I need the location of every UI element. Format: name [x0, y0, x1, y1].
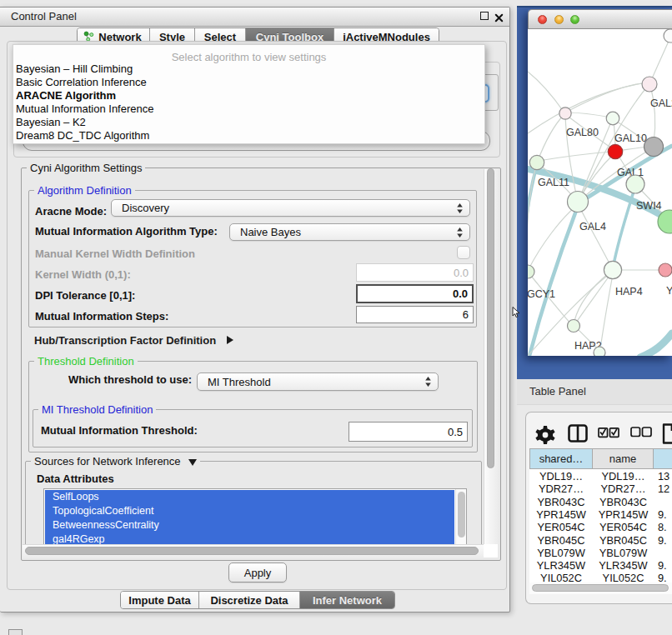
table-cell[interactable]: YDL19… [529, 470, 593, 482]
network-window-titlebar[interactable] [528, 9, 672, 29]
network-node[interactable] [568, 192, 589, 212]
column-header-partial[interactable] [654, 448, 672, 469]
table-cell[interactable] [654, 547, 672, 559]
network-edge[interactable] [581, 210, 611, 267]
table-row[interactable]: YDR27…YDR27…12 [529, 482, 672, 495]
table-hscrollbar-thumb[interactable] [532, 584, 669, 592]
network-node[interactable] [529, 155, 544, 169]
data-attributes-list[interactable]: SelfLoops TopologicalCoefficient Between… [43, 488, 467, 546]
list-item[interactable]: SelfLoops [45, 490, 454, 504]
table-cell[interactable] [654, 496, 672, 508]
network-node[interactable] [608, 144, 622, 158]
table-cell[interactable]: 12 [654, 482, 672, 495]
network-node[interactable] [642, 77, 657, 92]
float-window-icon[interactable] [480, 12, 489, 20]
algorithm-option[interactable]: Bayesian – K2 [16, 116, 479, 129]
mi-algorithm-type-combobox[interactable]: Naive Bayes [229, 223, 470, 241]
list-item[interactable]: BetweennessCentrality [45, 518, 454, 532]
table-row[interactable]: YDL19…YDL19…13 [529, 470, 672, 482]
table-cell[interactable]: YLR345W [529, 559, 593, 572]
table-cell[interactable]: 9. [654, 559, 672, 572]
kernel-width-input[interactable]: 0.0 [356, 263, 474, 282]
table-row[interactable]: YLR345WYLR345W9. [529, 559, 672, 572]
table-cell[interactable]: 9. [654, 534, 672, 547]
table-cell[interactable]: 13 [654, 470, 672, 482]
table-cell[interactable]: YPR145W [593, 508, 654, 521]
network-node[interactable] [594, 347, 605, 356]
column-header-shared-name[interactable]: shared… [529, 448, 593, 469]
table-row[interactable]: YER054CYER054C8. [529, 521, 672, 533]
control-panel-titlebar[interactable]: Control Panel [0, 8, 509, 27]
table-cell[interactable]: YDL19… [593, 470, 654, 482]
network-edge[interactable] [528, 72, 564, 112]
algorithm-option[interactable]: Dream8 DC_TDC Algorithm [16, 129, 479, 142]
tab-impute-data[interactable]: Impute Data [121, 592, 199, 608]
network-node[interactable] [528, 265, 534, 278]
table-cell[interactable]: YBR043C [529, 496, 593, 508]
network-edge[interactable] [640, 333, 672, 356]
list-item[interactable]: TopologicalCoefficient [45, 504, 454, 518]
network-edge[interactable] [528, 82, 647, 133]
network-edge[interactable] [529, 204, 579, 356]
table-cell[interactable]: YER054C [593, 521, 654, 533]
close-traffic-light[interactable] [538, 15, 547, 24]
settings-hscrollbar-thumb[interactable] [25, 547, 479, 555]
network-node[interactable] [644, 138, 664, 157]
sources-group-title[interactable]: Sources for Network Inference [31, 455, 200, 468]
network-node[interactable] [664, 29, 672, 42]
table-row[interactable]: YBR045CYBR045C9. [529, 534, 672, 547]
gear-icon[interactable] [535, 424, 555, 446]
table-cell[interactable]: YLR345W [593, 559, 654, 572]
table-cell[interactable]: YDR27… [529, 482, 593, 495]
document-icon[interactable] [662, 423, 672, 444]
network-node[interactable] [604, 261, 621, 278]
algorithm-option[interactable]: Bayesian – Hill Climbing [16, 62, 479, 76]
algorithm-option[interactable]: Basic Correlation Inference [16, 76, 479, 89]
network-node[interactable] [606, 112, 619, 125]
network-node[interactable] [626, 175, 644, 193]
hub-definition-toggle[interactable]: Hub/Transcription Factor Definition [34, 334, 233, 347]
apply-button[interactable]: Apply [228, 562, 287, 582]
which-threshold-combobox[interactable]: MI Threshold [197, 372, 439, 391]
minimize-traffic-light[interactable] [554, 15, 564, 24]
table-cell[interactable]: YER054C [529, 521, 593, 533]
network-node[interactable] [568, 320, 580, 332]
dpi-tolerance-input[interactable]: 0.0 [356, 284, 474, 303]
tab-infer-network[interactable]: Infer Network [300, 592, 394, 608]
table-row[interactable]: YBL079WYBL079W [529, 547, 672, 559]
table-row[interactable]: YBR043CYBR043C [529, 496, 672, 508]
algorithm-option[interactable]: ARACNE Algorithm [16, 89, 479, 102]
table-cell[interactable]: YBL079W [593, 547, 654, 559]
network-edge[interactable] [650, 39, 669, 82]
table-cell[interactable]: YDR27… [593, 482, 654, 495]
network-edge[interactable] [574, 272, 609, 321]
table-cell[interactable]: YBR045C [593, 534, 654, 547]
mi-steps-input[interactable]: 6 [356, 306, 474, 323]
algorithm-option[interactable]: Mutual Information Inference [16, 102, 479, 116]
table-hscrollbar-track[interactable] [529, 582, 672, 594]
table-row[interactable]: YPR145WYPR145W9. [529, 508, 672, 521]
column-header-name[interactable]: name [593, 448, 654, 469]
manual-kernel-width-checkbox[interactable] [457, 246, 470, 259]
network-edge[interactable] [539, 152, 613, 161]
table-cell[interactable]: YBR043C [593, 496, 654, 508]
mi-threshold-input[interactable]: 0.5 [349, 422, 468, 442]
zoom-traffic-light[interactable] [570, 15, 579, 24]
settings-vscrollbar-thumb[interactable] [487, 168, 494, 468]
tab-discretize-data[interactable]: Discretize Data [199, 592, 300, 608]
list-scrollbar-thumb[interactable] [458, 492, 465, 538]
table-cell[interactable]: YPR145W [529, 508, 593, 521]
network-edge[interactable] [538, 115, 564, 161]
network-edge[interactable] [650, 85, 655, 143]
table-panel-header[interactable]: Table Panel [517, 379, 672, 405]
table-cell[interactable]: 8. [654, 521, 672, 533]
unchecked-columns-icon[interactable] [630, 427, 652, 438]
aracne-mode-combobox[interactable]: Discovery [111, 199, 470, 217]
split-columns-icon[interactable] [568, 424, 588, 442]
table-cell[interactable]: 9. [654, 508, 672, 521]
network-node[interactable] [659, 263, 672, 277]
table-cell[interactable]: YBR045C [529, 534, 593, 547]
network-edge[interactable] [567, 112, 611, 118]
network-edge[interactable] [567, 82, 648, 112]
network-node[interactable] [559, 108, 571, 119]
